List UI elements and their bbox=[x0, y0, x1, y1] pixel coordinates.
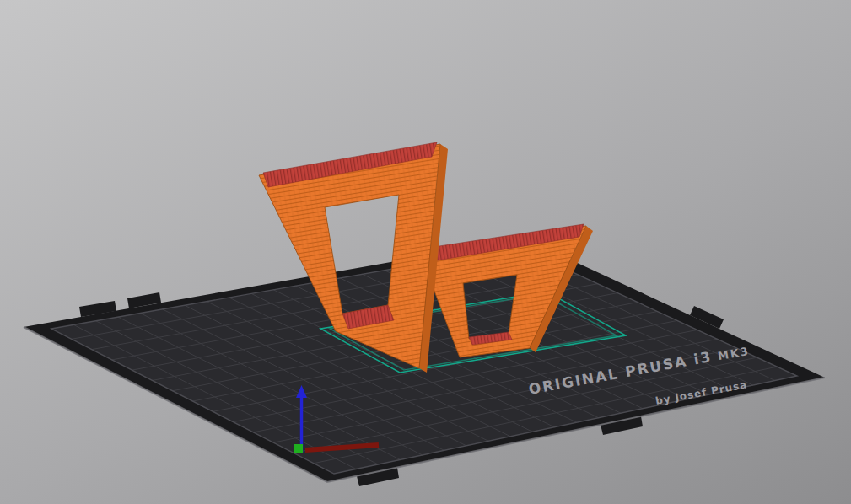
origin-marker bbox=[294, 444, 303, 453]
scene-svg: ORIGINAL PRUSA i3MK3 by Josef Prusa bbox=[0, 0, 851, 504]
viewport-3d[interactable]: ORIGINAL PRUSA i3MK3 by Josef Prusa bbox=[0, 0, 851, 504]
